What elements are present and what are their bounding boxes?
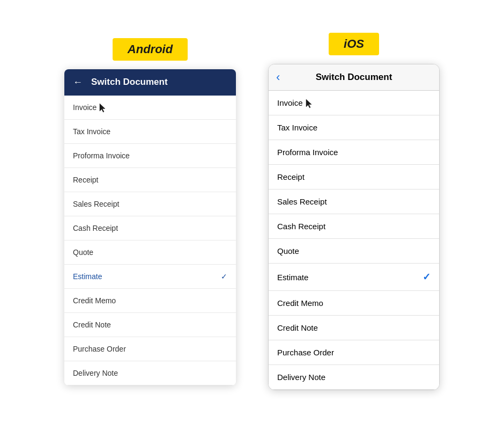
ios-list-item[interactable]: Cash Receipt [269,214,439,239]
ios-item-label: Invoice [277,98,315,107]
ios-item-label: Credit Memo [277,298,323,308]
ios-list-item[interactable]: Tax Invoice [269,115,439,140]
ios-item-label: Sales Receipt [277,197,327,206]
ios-header: ‹ Switch Document [269,64,439,91]
ios-title: Switch Document [316,72,392,83]
ios-list-item[interactable]: Credit Note [269,316,439,340]
android-list-item[interactable]: Proforma Invoice [64,144,236,168]
android-item-label: Cash Receipt [73,224,118,232]
android-list-item[interactable]: Credit Memo [64,289,236,313]
android-item-label: Credit Memo [73,296,116,305]
ios-list-item[interactable]: Purchase Order [269,340,439,365]
cursor-icon [304,98,315,109]
android-list-item[interactable]: Cash Receipt [64,216,236,240]
android-list-item[interactable]: Purchase Order [64,337,236,361]
android-item-label: Estimate [73,272,102,281]
android-phone: ← Switch Document InvoiceTax InvoiceProf… [64,69,236,385]
android-list-item[interactable]: Receipt [64,168,236,192]
ios-list-item[interactable]: Estimate✓ [269,264,439,291]
checkmark-icon: ✓ [423,271,431,283]
ios-item-label: Credit Note [277,323,318,332]
android-list-item[interactable]: Estimate✓ [64,265,236,289]
android-section: Android ← Switch Document InvoiceTax Inv… [64,38,236,385]
android-item-label: Invoice [73,103,108,112]
ios-item-label: Cash Receipt [277,222,325,231]
ios-phone: ‹ Switch Document InvoiceTax InvoiceProf… [268,64,440,390]
ios-section: iOS ‹ Switch Document InvoiceTax Invoice… [268,33,440,390]
ios-item-label: Proforma Invoice [277,148,338,157]
android-list-item[interactable]: Credit Note [64,313,236,337]
android-list-item[interactable]: Sales Receipt [64,192,236,216]
android-item-label: Tax Invoice [73,127,110,136]
android-item-label: Proforma Invoice [73,151,130,160]
android-item-label: Sales Receipt [73,200,119,208]
ios-item-label: Purchase Order [277,348,334,357]
ios-item-label: Quote [277,246,299,256]
ios-list-item[interactable]: Delivery Note [269,365,439,390]
cursor-icon [98,103,108,113]
ios-list-item[interactable]: Receipt [269,165,439,189]
ios-list-item[interactable]: Proforma Invoice [269,140,439,165]
ios-label: iOS [329,33,379,55]
ios-list: InvoiceTax InvoiceProforma InvoiceReceip… [269,91,439,390]
ios-list-item[interactable]: Credit Memo [269,291,439,316]
android-header: ← Switch Document [64,69,236,96]
android-item-label: Purchase Order [73,345,126,353]
ios-item-label: Receipt [277,172,305,181]
ios-back-button[interactable]: ‹ [276,70,280,84]
ios-list-item[interactable]: Quote [269,239,439,264]
ios-item-label: Estimate [277,273,308,282]
android-title: Switch Document [91,77,168,87]
android-list-item[interactable]: Tax Invoice [64,120,236,144]
android-back-button[interactable]: ← [73,77,83,88]
ios-list-item[interactable]: Invoice [269,91,439,115]
android-list: InvoiceTax InvoiceProforma InvoiceReceip… [64,96,236,385]
android-label: Android [113,38,188,61]
ios-list-item[interactable]: Sales Receipt [269,189,439,214]
android-item-label: Credit Note [73,320,111,329]
android-list-item[interactable]: Invoice [64,96,236,120]
ios-item-label: Tax Invoice [277,123,317,132]
android-item-label: Quote [73,248,93,257]
android-list-item[interactable]: Quote [64,240,236,265]
checkmark-icon: ✓ [221,272,227,281]
android-item-label: Receipt [73,176,98,184]
android-list-item[interactable]: Delivery Note [64,361,236,385]
ios-item-label: Delivery Note [277,373,325,382]
android-item-label: Delivery Note [73,369,118,377]
